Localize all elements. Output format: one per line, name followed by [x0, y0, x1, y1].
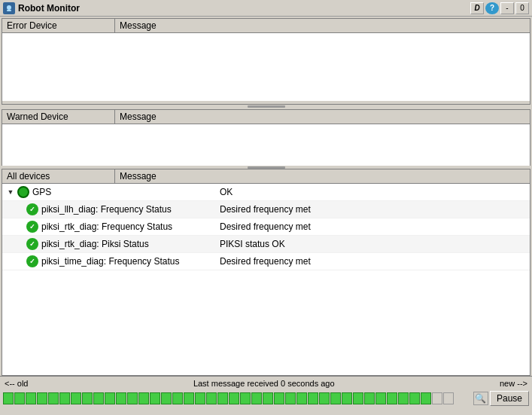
table-row[interactable]: piksi_time_diag: Frequency Status Desire…: [2, 253, 530, 270]
error-panel-header: Error Device Message: [2, 19, 530, 33]
timeline-cell: [443, 392, 454, 404]
main-content: Error Device Message Warned Device Messa…: [0, 17, 532, 415]
warned-device-panel: Warned Device Message: [2, 109, 530, 166]
timeline-cell: [308, 392, 318, 404]
timeline-cell: [195, 392, 205, 404]
message-cell: Desired frequency met: [217, 220, 530, 233]
timeline-cell: [274, 392, 284, 404]
status-old-label: <-- old: [5, 379, 29, 388]
help-button[interactable]: ?: [485, 2, 499, 14]
error-message-col-header: Message: [115, 19, 530, 32]
timeline-cell: [105, 392, 115, 404]
title-buttons: D ? - 0: [470, 2, 529, 14]
all-devices-message-col-header: Message: [115, 169, 530, 183]
table-row[interactable]: piksi_rtk_diag: Frequency Status Desired…: [2, 218, 530, 236]
status-ok-icon: [26, 203, 38, 215]
warned-message-col-header: Message: [115, 110, 530, 124]
timeline-cell: [3, 392, 14, 404]
timeline-cell: [375, 392, 386, 404]
timeline-cell: [398, 392, 409, 404]
timeline-cells: [3, 392, 472, 404]
status-message: Last message received 0 seconds ago: [193, 379, 335, 388]
timeline-cell: [138, 392, 149, 404]
device-name: piksi_rtk_diag: Piksi Status: [41, 239, 149, 249]
timeline-cell: [172, 392, 183, 404]
timeline-cell: [432, 392, 442, 404]
timeline-cell: [37, 392, 47, 404]
status-new-label: new -->: [500, 379, 527, 388]
status-ok-icon: [26, 255, 38, 267]
status-ok-icon: [17, 186, 29, 198]
timeline-cell: [116, 392, 126, 404]
all-devices-header: All devices Message: [2, 169, 530, 184]
timeline-cell: [330, 392, 341, 404]
svg-point-1: [7, 5, 11, 10]
device-name: piksi_time_diag: Frequency Status: [41, 256, 179, 267]
timeline-cell: [387, 392, 397, 404]
pause-button[interactable]: Pause: [490, 391, 529, 406]
divider-handle[interactable]: [248, 105, 285, 108]
error-device-col-header: Error Device: [2, 19, 115, 32]
status-ok-icon: [26, 238, 38, 250]
timeline-cell: [93, 392, 104, 404]
device-cell: ▼ GPS: [2, 185, 217, 200]
timeline-cell: [59, 392, 70, 404]
device-name: GPS: [32, 187, 51, 197]
timeline-cell: [285, 392, 296, 404]
timeline-cell: [206, 392, 217, 404]
timeline-cell: [127, 392, 138, 404]
device-cell: piksi_rtk_diag: Frequency Status: [2, 219, 217, 234]
timeline-cell: [240, 392, 251, 404]
svg-rect-2: [7, 10, 11, 11]
table-row[interactable]: ▼ GPS OK: [2, 184, 530, 201]
timeline-search-icon[interactable]: 🔍: [473, 392, 488, 405]
title-bar: Robot Monitor D ? - 0: [0, 0, 532, 17]
timeline-cell: [409, 392, 420, 404]
timeline-bar: 🔍 Pause: [0, 390, 532, 407]
device-name: piksi_llh_diag: Frequency Status: [41, 204, 172, 215]
table-row[interactable]: piksi_rtk_diag: Piksi Status PIKSI statu…: [2, 236, 530, 253]
timeline-cell: [342, 392, 352, 404]
device-name: piksi_rtk_diag: Frequency Status: [41, 221, 172, 232]
timeline-cell: [319, 392, 330, 404]
status-bar: <-- old Last message received 0 seconds …: [0, 377, 532, 390]
all-devices-body: ▼ GPS OK piksi_llh_diag: Frequency Statu…: [2, 184, 530, 375]
timeline-cell: [26, 392, 36, 404]
table-row[interactable]: piksi_llh_diag: Frequency Status Desired…: [2, 201, 530, 218]
timeline-cell: [82, 392, 93, 404]
message-cell: Desired frequency met: [217, 255, 530, 268]
message-cell: OK: [217, 185, 530, 199]
timeline-cell: [71, 392, 81, 404]
bottom-bar: <-- old Last message received 0 seconds …: [0, 376, 532, 415]
message-cell: PIKSI status OK: [217, 237, 530, 251]
warned-device-col-header: Warned Device: [2, 110, 115, 124]
timeline-cell: [263, 392, 273, 404]
timeline-cell: [421, 392, 431, 404]
app-title: Robot Monitor: [18, 3, 80, 14]
status-ok-icon: [26, 221, 38, 233]
warned-panel-body: [2, 124, 530, 169]
close-button[interactable]: 0: [515, 2, 529, 14]
error-panel-body: [2, 33, 530, 101]
all-devices-panel: All devices Message ▼ GPS OK piksi_llh: [2, 169, 530, 376]
timeline-cell: [14, 392, 25, 404]
timeline-cell: [364, 392, 375, 404]
error-warned-divider: [0, 105, 532, 108]
timeline-cell: [217, 392, 228, 404]
btn-d[interactable]: D: [470, 2, 484, 14]
timeline-cell: [161, 392, 172, 404]
timeline-cell: [48, 392, 59, 404]
timeline-cell: [296, 392, 307, 404]
error-device-panel: Error Device Message: [2, 18, 530, 105]
timeline-cell: [251, 392, 262, 404]
warned-panel-header: Warned Device Message: [2, 110, 530, 124]
timeline-cell: [150, 392, 160, 404]
timeline-cell: [353, 392, 363, 404]
app-icon: [3, 2, 15, 14]
minimize-button[interactable]: -: [500, 2, 514, 14]
timeline-cell: [229, 392, 239, 404]
expand-arrow-icon[interactable]: ▼: [5, 188, 16, 196]
device-cell: piksi_rtk_diag: Piksi Status: [2, 236, 217, 252]
timeline-cell: [184, 392, 194, 404]
device-cell: piksi_llh_diag: Frequency Status: [2, 202, 217, 217]
